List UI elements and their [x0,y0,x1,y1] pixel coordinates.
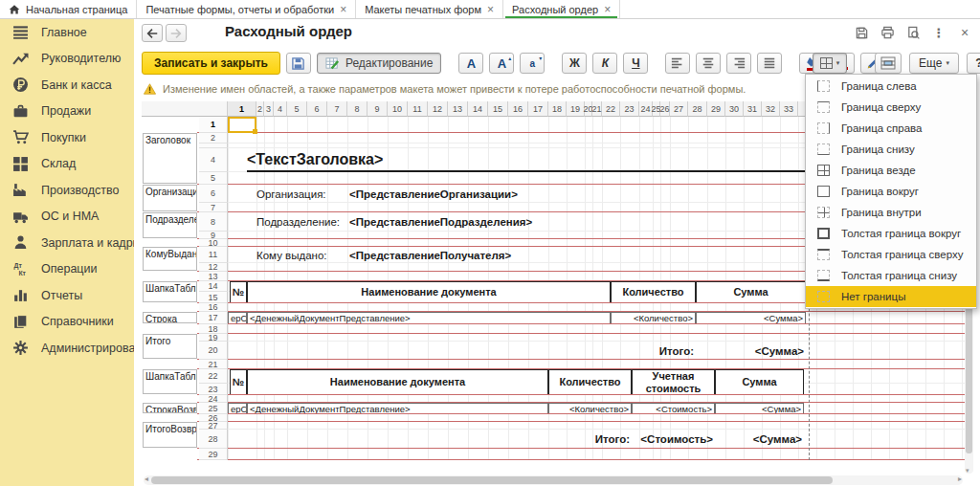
column-header-2[interactable]: 2 [256,101,264,117]
sidebar-item-pokupki[interactable]: Покупки [0,124,134,151]
column-header-6[interactable]: 6 [307,101,327,117]
grid-cell[interactable]: № [230,369,247,395]
save-and-close-button[interactable]: Записать и закрыть [142,52,280,75]
column-header-32[interactable]: 32 [762,101,780,117]
tab-close-icon[interactable]: × [604,4,611,15]
merge-cells-button[interactable] [875,53,902,74]
menu-item-granica-vezde[interactable]: Граница везде [806,160,976,181]
row-header-14[interactable]: 14 [199,281,228,292]
sidebar-item-operacii[interactable]: ДтКтОперации [0,256,134,283]
row-header-21[interactable]: 21 [199,360,228,369]
align-left-button[interactable] [665,53,690,74]
column-header-1[interactable]: 1 [228,101,256,117]
align-right-button[interactable] [726,53,751,74]
forward-button[interactable] [166,24,187,42]
grid-cell[interactable]: Итого: [611,342,696,360]
sidebar-item-sklad[interactable]: Склад [0,151,134,178]
column-header-17[interactable]: 17 [528,101,548,117]
close-icon[interactable]: × [957,25,972,40]
print-icon[interactable] [880,25,895,40]
align-justify-button[interactable] [757,53,782,74]
menu-item-granica-snizu[interactable]: Граница снизу [806,139,976,160]
row-header-4[interactable]: 4 [199,148,228,172]
column-header-29[interactable]: 29 [707,101,725,117]
section-label-itogo[interactable]: Итого [143,334,197,359]
grid-cell[interactable]: <Сумма> [715,430,804,449]
row-header-19[interactable]: 19 [199,334,228,342]
menu-item-tolstaya-granica-snizu[interactable]: Толстая граница снизу [806,265,976,286]
tab-expense-order[interactable]: Расходный ордер× [503,0,620,18]
horizontal-scrollbar-thumb[interactable] [151,476,833,484]
grid-cell[interactable]: Итого: [548,430,632,449]
row-header-28[interactable]: 28 [199,430,228,449]
grid-cell[interactable]: Наименование документа [247,281,611,303]
sidebar-item-bank-i-kassa[interactable]: Банк и касса [0,72,134,99]
column-header-13[interactable]: 13 [448,101,468,117]
menu-item-tolstaya-granica-sverhu[interactable]: Толстая граница сверху [806,244,976,265]
grid-cell[interactable]: № [230,281,247,303]
section-label-zagolovok[interactable]: Заголовок [143,133,197,184]
horizontal-scrollbar[interactable] [144,475,963,485]
section-label-shapka-tablicy-2[interactable]: ШапкаТаблицы [143,369,197,394]
grid-cell[interactable]: <ПредставлениеОрганизации> [349,185,598,203]
grid-cell[interactable]: <Стоимость> [632,430,715,449]
save-button[interactable] [286,53,311,74]
row-header-10[interactable]: 10 [199,239,228,247]
column-header-15[interactable]: 15 [488,101,508,117]
tab-home[interactable]: Начальная страница [0,0,137,18]
column-header-8[interactable]: 8 [347,101,368,117]
italic-button[interactable]: К [592,53,617,74]
section-label-podrazdelenie[interactable]: Подразделение [143,212,197,238]
row-header-17[interactable]: 17 [199,312,228,324]
menu-item-granica-vokrug[interactable]: Граница вокруг [806,181,976,202]
sidebar-item-zarplata-i-kadry[interactable]: Зарплата и кадры [0,230,134,256]
print-preview-icon[interactable] [905,25,921,40]
grid-cell[interactable]: <ТекстЗаголовка> [247,148,809,172]
row-header-1[interactable]: 1 [199,117,228,133]
sidebar-item-glavnoe[interactable]: Главное [0,19,134,46]
grid-cell[interactable]: Наименование документа [247,369,548,395]
row-header-7[interactable]: 7 [199,203,228,212]
grid-cell[interactable]: Количество [611,281,696,303]
align-center-button[interactable] [696,53,721,74]
section-label-shapka-tablicy[interactable]: ШапкаТаблицы [143,281,197,302]
row-header-5[interactable]: 5 [199,172,228,185]
grid-cell[interactable]: <ПредставлениеПолучателя> [349,247,598,263]
grid-cell[interactable]: Учетная стоимость [632,369,715,395]
column-header-16[interactable]: 16 [508,101,528,117]
borders-dropdown-button[interactable]: ▾ [813,53,847,74]
row-header-29[interactable]: 29 [199,449,228,460]
grid-corner[interactable] [142,101,228,117]
more-button[interactable]: Еще▾ [909,53,959,74]
tab-close-icon[interactable]: × [487,4,494,15]
back-button[interactable] [142,24,163,42]
menu-item-tolstaya-granica-vokrug[interactable]: Толстая граница вокруг [806,223,976,244]
grid-cell[interactable]: <ПредставлениеПодразделения> [349,212,598,232]
row-header-16[interactable]: 16 [199,303,228,312]
sidebar-item-rukovoditelyu[interactable]: Руководителю [0,46,134,73]
sidebar-item-os-i-nma[interactable]: ОС и НМА [0,204,134,231]
column-header-10[interactable]: 10 [388,101,408,117]
menu-item-net-granicy[interactable]: Нет границы [806,286,976,307]
row-header-22[interactable]: 22 [199,369,228,384]
menu-item-granica-sleva[interactable]: Граница слева [806,76,976,97]
sidebar-item-proizvodstvo[interactable]: Производство [0,177,134,204]
column-header-33[interactable]: 33 [780,101,798,117]
grid-cell[interactable]: Сумма [715,369,804,395]
menu-item-granica-sprava[interactable]: Граница справа [806,118,976,139]
column-header-23[interactable]: 23 [620,101,639,117]
grid-cell[interactable]: Количество [548,369,632,395]
column-header-4[interactable]: 4 [274,101,287,117]
section-label-organizaciya[interactable]: Организация [143,185,197,211]
column-header-21[interactable]: 21 [592,101,602,117]
row-header-11[interactable]: 11 [199,247,228,263]
section-label-stroka[interactable]: Строка [143,312,197,323]
help-button[interactable]: ? [967,53,980,74]
column-header-14[interactable]: 14 [468,101,488,117]
save-icon[interactable] [854,25,869,40]
column-header-3[interactable]: 3 [264,101,274,117]
column-header-12[interactable]: 12 [428,101,448,117]
bold-button[interactable]: Ж [562,53,587,74]
section-label-itogo-vozvrat[interactable]: ИтогоВозврат [143,422,197,448]
column-header-30[interactable]: 30 [725,101,744,117]
